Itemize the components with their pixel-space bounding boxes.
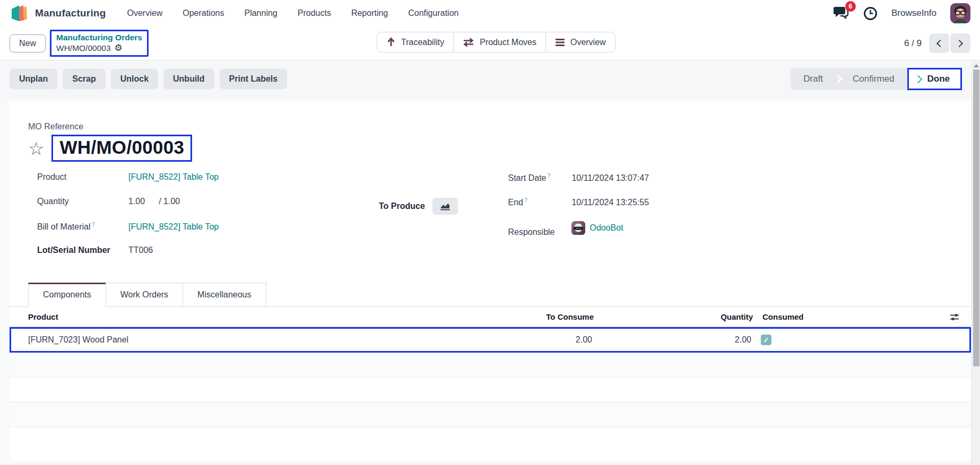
empty-table-row (10, 427, 971, 461)
bars-icon (555, 38, 565, 47)
gear-icon[interactable]: ⚙ (115, 42, 123, 54)
to-produce-forecast-button[interactable] (432, 198, 458, 215)
help-icon: ? (547, 172, 550, 179)
arrow-up-icon (386, 37, 396, 47)
tab-miscellaneous[interactable]: Miscellaneous (183, 283, 266, 307)
empty-table-row (10, 378, 971, 402)
sliders-icon (949, 312, 960, 322)
component-product[interactable]: [FURN_7023] Wood Panel (11, 335, 504, 345)
component-quantity[interactable]: 2.00 (594, 335, 753, 345)
area-chart-icon (439, 202, 451, 211)
responsible-link[interactable]: OdooBot (589, 223, 623, 233)
form-fields: Product [FURN_8522] Table Top Quantity 1… (10, 172, 971, 270)
messages-badge: 6 (845, 1, 856, 12)
chevron-right-icon (956, 39, 963, 47)
pager-next-button[interactable] (950, 33, 970, 53)
product-field: Product [FURN_8522] Table Top (37, 172, 391, 197)
empty-table-row (10, 353, 971, 378)
user-name[interactable]: BrowseInfo (891, 8, 936, 19)
menu-overview[interactable]: Overview (127, 8, 163, 18)
to-produce-label: To Produce (379, 201, 425, 211)
product-label: Product (37, 172, 128, 182)
exchange-arrows-icon (463, 38, 474, 47)
start-date-value[interactable]: 10/11/2024 13:07:47 (571, 173, 649, 183)
quantity-label: Quantity (37, 197, 128, 206)
responsible-label: Responsible (508, 227, 571, 237)
col-to-consume-header[interactable]: To Consume (506, 312, 596, 321)
menu-reporting[interactable]: Reporting (351, 8, 388, 18)
lot-value[interactable]: TT006 (128, 245, 153, 255)
manufacturing-app-icon (10, 4, 30, 23)
messages-button[interactable]: 6 (834, 5, 849, 21)
chevron-right-teal-icon (914, 75, 922, 83)
unlock-button[interactable]: Unlock (111, 69, 158, 89)
app-brand[interactable]: Manufacturing (10, 4, 106, 23)
product-moves-button[interactable]: Product Moves (453, 32, 546, 52)
lot-label: Lot/Serial Number (37, 245, 128, 255)
menu-configuration[interactable]: Configuration (408, 8, 458, 18)
scrap-button[interactable]: Scrap (63, 69, 105, 89)
top-navbar: Manufacturing Overview Operations Planni… (0, 0, 980, 27)
tab-work-orders[interactable]: Work Orders (106, 283, 183, 307)
responsible-field: Responsible OdooBot (508, 221, 649, 245)
traceability-button[interactable]: Traceability (377, 32, 454, 52)
overview-button[interactable]: Overview (545, 32, 615, 52)
pager-count: 6 / 9 (904, 38, 922, 49)
menu-products[interactable]: Products (298, 8, 331, 18)
scrollbar-up-arrow[interactable] (974, 64, 979, 67)
quantity-total: / 1.00 (159, 197, 180, 206)
tab-components[interactable]: Components (28, 283, 106, 307)
breadcrumb: Manufacturing Orders WH/MO/00003 ⚙ (50, 30, 149, 57)
status-done[interactable]: Done (907, 68, 962, 90)
menu-planning[interactable]: Planning (244, 8, 277, 18)
unplan-button[interactable]: Unplan (10, 69, 57, 89)
scrollbar-thumb[interactable] (973, 69, 979, 366)
col-consumed-header[interactable]: Consumed (755, 312, 938, 321)
col-quantity-header[interactable]: Quantity (596, 312, 755, 321)
empty-table-row (10, 402, 971, 427)
mo-reference-field[interactable]: WH/MO/00003 (51, 135, 192, 162)
quantity-value[interactable]: 1.00 (128, 197, 145, 206)
action-bar: Unplan Scrap Unlock Unbuild Print Labels… (0, 60, 980, 98)
bom-label: Bill of Material (37, 222, 90, 231)
consumed-checkbox[interactable]: ✓ (761, 335, 771, 345)
notebook-tabs: Components Work Orders Miscellaneous (10, 283, 971, 307)
odoobot-avatar (571, 221, 585, 235)
chevron-left-icon (936, 39, 944, 47)
col-product-header[interactable]: Product (10, 312, 506, 321)
mo-reference-label: MO Reference (10, 122, 971, 131)
unbuild-button[interactable]: Unbuild (163, 69, 214, 89)
mo-reference-value: WH/MO/00003 (59, 137, 184, 157)
bom-field: Bill of Material? [FURN_8522] Table Top (37, 221, 391, 245)
components-table-header: Product To Consume Quantity Consumed (10, 307, 971, 327)
product-link[interactable]: [FURN_8522] Table Top (128, 172, 219, 182)
quantity-field: Quantity 1.00 / 1.00 (37, 197, 391, 221)
status-bar: Draft Confirmed Done (791, 68, 962, 90)
start-date-field: Start Date? 10/11/2024 13:07:47 (508, 172, 649, 197)
status-confirmed[interactable]: Confirmed (840, 68, 907, 90)
menu-operations[interactable]: Operations (183, 8, 224, 18)
activities-clock-icon[interactable] (863, 6, 878, 21)
component-row[interactable]: [FURN_7023] Wood Panel 2.00 2.00 ✓ (10, 327, 971, 353)
breadcrumb-parent-link[interactable]: Manufacturing Orders (56, 32, 142, 42)
end-date-label: End (508, 198, 523, 207)
start-date-label: Start Date (508, 173, 546, 182)
help-icon: ? (524, 197, 527, 203)
end-date-value[interactable]: 10/11/2024 13:25:55 (571, 198, 649, 207)
form-sheet: MO Reference ☆ WH/MO/00003 Product [FURN… (10, 101, 971, 461)
app-title: Manufacturing (35, 7, 106, 19)
component-to-consume[interactable]: 2.00 (504, 335, 594, 345)
lot-field: Lot/Serial Number TT006 (37, 245, 391, 270)
pager-previous-button[interactable] (929, 33, 949, 53)
status-draft[interactable]: Draft (791, 68, 836, 90)
breadcrumb-current: WH/MO/00003 (56, 43, 111, 53)
bom-link[interactable]: [FURN_8522] Table Top (128, 222, 219, 232)
user-avatar[interactable] (950, 3, 970, 23)
vertical-scrollbar[interactable] (972, 62, 980, 465)
favorite-star-icon[interactable]: ☆ (28, 139, 44, 157)
record-pager: 6 / 9 (904, 33, 970, 53)
smart-buttons: Traceability Product Moves Overview (377, 32, 615, 52)
optional-columns-button[interactable] (938, 312, 971, 322)
new-button[interactable]: New (10, 34, 46, 52)
print-labels-button[interactable]: Print Labels (220, 69, 288, 89)
